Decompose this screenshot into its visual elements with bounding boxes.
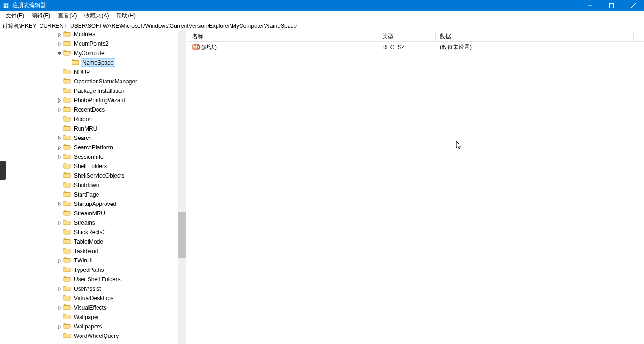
folder-icon (63, 181, 72, 190)
tree-expander-icon[interactable] (56, 135, 63, 142)
tree-item[interactable]: VirtualDesktops (0, 294, 186, 303)
tree-item-label: StuckRects3 (72, 229, 107, 236)
tree-expander-icon[interactable] (56, 286, 63, 293)
tree-item[interactable]: Shutdown (0, 180, 186, 190)
tree-item[interactable]: TabletMode (0, 237, 186, 246)
tree-item[interactable]: User Shell Folders (0, 275, 186, 284)
tree-leaf-indicator (64, 59, 72, 66)
tree-expander-icon[interactable] (56, 220, 63, 227)
folder-icon (63, 153, 72, 162)
svg-rect-4 (7, 6, 8, 8)
menu-view[interactable]: 查看(V) (54, 11, 80, 21)
tree-item[interactable]: Taskband (0, 246, 186, 256)
scrollbar-thumb[interactable] (178, 212, 186, 258)
menu-file[interactable]: 文件(F) (2, 11, 28, 21)
tree-expander-icon[interactable] (56, 97, 63, 104)
address-bar[interactable]: 计算机\HKEY_CURRENT_USER\SOFTWARE\Microsoft… (0, 21, 644, 31)
tree-item[interactable]: RecentDocs (0, 105, 186, 115)
tree-expander-icon[interactable] (56, 304, 63, 311)
folder-icon (63, 143, 72, 152)
tree-leaf-indicator (56, 276, 63, 283)
tree-item[interactable]: SessionInfo (0, 152, 186, 162)
folder-icon (63, 219, 72, 228)
tree-item[interactable]: OperationStatusManager (0, 77, 186, 86)
tree-item[interactable]: MyComputer (0, 49, 186, 58)
tree-expander-icon[interactable] (56, 106, 63, 114)
tree-item[interactable]: MountPoints2 (0, 39, 186, 49)
tree-item-label: Streams (72, 219, 97, 227)
menu-favorites[interactable]: 收藏夹(A) (80, 11, 113, 21)
tree-item[interactable]: TypedPaths (0, 265, 186, 275)
tree-item-label: MountPoints2 (72, 40, 110, 48)
tree-item[interactable]: Search (0, 133, 186, 143)
tree-leaf-indicator (56, 116, 63, 123)
svg-rect-3 (4, 6, 6, 8)
tree-item-label: RunMRU (72, 125, 98, 132)
tree-leaf-indicator (56, 78, 63, 85)
tree-item[interactable]: Streams (0, 218, 186, 228)
tree-item[interactable]: Wallpaper (0, 312, 186, 322)
tree-item[interactable]: TWinUI (0, 256, 186, 265)
close-button[interactable] (622, 0, 644, 11)
tree-item-label: StartupApproved (72, 200, 118, 208)
tree-item[interactable]: UserAssist (0, 284, 186, 294)
tree-item[interactable]: StreamMRU (0, 209, 186, 218)
tree-item[interactable]: StartPage (0, 190, 186, 199)
tree-item-label: VirtualDesktops (72, 295, 115, 302)
tree-expander-icon[interactable] (56, 201, 63, 208)
tree-item[interactable]: RunMRU (0, 124, 186, 133)
registry-tree[interactable]: ModulesMountPoints2MyComputerNameSpaceND… (0, 31, 186, 341)
tree-item-label: WordWheelQuery (72, 332, 120, 340)
maximize-button[interactable] (601, 0, 622, 11)
tree-item[interactable]: SearchPlatform (0, 143, 186, 152)
tree-item-label: OperationStatusManager (72, 78, 138, 85)
tree-item[interactable]: Package Installation (0, 86, 186, 96)
tree-expander-icon[interactable] (56, 154, 63, 161)
tree-item[interactable]: VisualEffects (0, 303, 186, 312)
tree-item[interactable]: Ribbon (0, 115, 186, 124)
tree-leaf-indicator (56, 333, 63, 340)
tree-leaf-indicator (56, 314, 63, 321)
edge-widget[interactable] (0, 161, 6, 180)
tree-item[interactable]: NDUP (0, 67, 186, 77)
folder-icon (63, 96, 72, 105)
tree-item-label: TWinUI (72, 257, 94, 264)
tree-expander-icon[interactable] (56, 50, 63, 57)
folder-icon (63, 332, 72, 341)
window-controls (579, 0, 644, 11)
minimize-button[interactable] (579, 0, 601, 11)
tree-scrollbar[interactable] (178, 31, 186, 344)
tree-item[interactable]: StuckRects3 (0, 228, 186, 237)
tree-expander-icon[interactable] (56, 31, 63, 38)
tree-expander-icon[interactable] (56, 323, 63, 330)
tree-item-label: TabletMode (72, 238, 105, 246)
menu-bar: 文件(F) 编辑(E) 查看(V) 收藏夹(A) 帮助(H) (0, 11, 644, 21)
tree-item[interactable]: NameSpace (0, 58, 186, 67)
tree-item[interactable]: PhotoPrintingWizard (0, 96, 186, 105)
tree-item-label: SearchPlatform (72, 144, 114, 151)
cell-type: REG_SZ (378, 44, 436, 50)
tree-item[interactable]: WordWheelQuery (0, 331, 186, 341)
tree-item[interactable]: StartupApproved (0, 199, 186, 209)
column-header-name[interactable]: 名称 (188, 31, 378, 42)
tree-item[interactable]: ShellServiceObjects (0, 171, 186, 180)
tree-expander-icon[interactable] (56, 144, 63, 151)
folder-icon (63, 134, 72, 143)
column-header-data[interactable]: 数据 (436, 31, 634, 42)
tree-item[interactable]: Wallpapers (0, 322, 186, 331)
tree-item-label: VisualEffects (72, 304, 108, 311)
menu-edit[interactable]: 编辑(E) (28, 11, 54, 21)
column-header-type[interactable]: 类型 (378, 31, 436, 42)
menu-help[interactable]: 帮助(H) (113, 11, 139, 21)
value-list[interactable]: (默认)REG_SZ(数值未设置) (188, 42, 644, 51)
tree-item[interactable]: Modules (0, 31, 186, 39)
folder-icon (63, 87, 72, 96)
tree-leaf-indicator (56, 182, 63, 189)
tree-leaf-indicator (56, 163, 63, 170)
tree-expander-icon[interactable] (56, 41, 63, 48)
tree-item[interactable]: Shell Folders (0, 162, 186, 171)
tree-expander-icon[interactable] (56, 257, 63, 264)
string-value-icon (192, 43, 200, 51)
tree-item-label: Search (72, 134, 93, 142)
value-row[interactable]: (默认)REG_SZ(数值未设置) (188, 43, 644, 51)
